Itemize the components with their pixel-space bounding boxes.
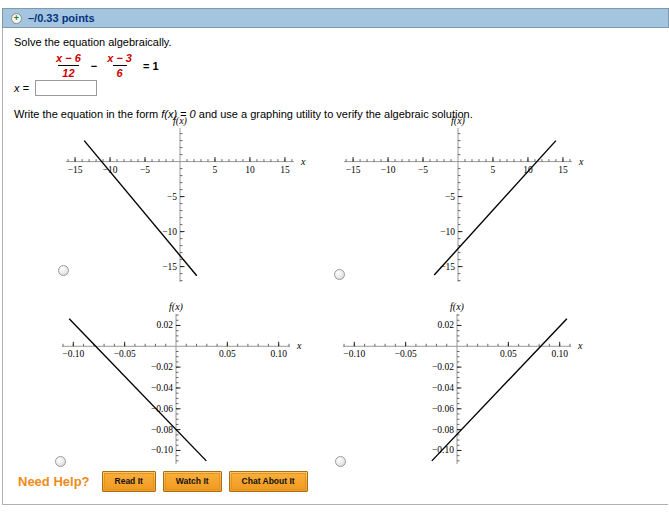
svg-text:0.05: 0.05 [219, 349, 236, 359]
answer-label: x = [14, 82, 29, 94]
svg-text:x: x [578, 156, 584, 167]
svg-text:−0.04: −0.04 [432, 383, 454, 393]
svg-text:−10: −10 [381, 165, 396, 175]
graph-choice-radio-top-right[interactable] [334, 269, 345, 280]
graph-top-left: −15−10−551015−5−10−15xf(x) [52, 114, 310, 289]
watch-it-button[interactable]: Watch It [163, 471, 222, 492]
chat-about-it-button-label: Chat About It [231, 473, 306, 490]
svg-text:x: x [300, 156, 306, 167]
need-help-row: Need Help? Read It Watch It Chat About I… [18, 471, 315, 492]
fraction-1-denominator: 12 [58, 65, 78, 79]
svg-text:−15: −15 [68, 165, 83, 175]
svg-text:−0.08: −0.08 [151, 425, 173, 435]
expand-icon[interactable]: + [11, 13, 22, 24]
fraction-2: x − 3 6 [103, 52, 136, 79]
svg-text:f(x): f(x) [169, 301, 184, 313]
fraction-2-numerator: x − 3 [103, 52, 136, 65]
svg-text:5: 5 [491, 165, 496, 175]
svg-text:−0.10: −0.10 [151, 445, 173, 455]
graph-choice-radio-top-left[interactable] [58, 265, 69, 276]
fraction-1-numerator: x − 6 [52, 52, 85, 65]
svg-text:−0.10: −0.10 [432, 445, 454, 455]
equation-rhs: = 1 [143, 60, 159, 72]
svg-text:0.05: 0.05 [500, 349, 517, 359]
need-help-label: Need Help? [18, 474, 90, 489]
svg-text:10: 10 [245, 165, 255, 175]
svg-text:−0.02: −0.02 [151, 362, 173, 372]
svg-text:x: x [296, 340, 302, 351]
watch-it-button-label: Watch It [165, 473, 220, 490]
answer-row: x = [14, 80, 97, 96]
webassign-question-page: + –/0.33 points Solve the equation algeb… [0, 0, 669, 520]
answer-input[interactable] [35, 80, 97, 96]
svg-text:0.02: 0.02 [437, 320, 454, 330]
svg-text:−0.06: −0.06 [151, 404, 173, 414]
svg-text:−15: −15 [162, 262, 177, 272]
svg-text:10: 10 [523, 165, 533, 175]
svg-text:−10: −10 [162, 227, 177, 237]
svg-text:−10: −10 [440, 227, 455, 237]
points-label: –/0.33 points [28, 12, 95, 24]
svg-text:−0.04: −0.04 [151, 383, 173, 393]
question-header-bar: + –/0.33 points [2, 8, 669, 28]
svg-text:0.02: 0.02 [156, 320, 173, 330]
svg-text:−0.05: −0.05 [114, 349, 136, 359]
svg-text:15: 15 [558, 165, 568, 175]
svg-text:−15: −15 [346, 165, 361, 175]
svg-text:x: x [577, 340, 583, 351]
svg-text:−5: −5 [140, 165, 150, 175]
graph-choice-radio-bottom-right[interactable] [335, 456, 346, 467]
graph-bottom-right: −0.10−0.050.050.100.02−0.02−0.04−0.06−0.… [329, 300, 587, 470]
chat-about-it-button[interactable]: Chat About It [229, 471, 308, 492]
svg-text:−5: −5 [167, 192, 177, 202]
fraction-1: x − 6 12 [52, 52, 85, 79]
svg-text:f(x): f(x) [451, 115, 466, 127]
minus-operator: − [91, 60, 97, 72]
svg-text:−0.10: −0.10 [343, 349, 365, 359]
svg-text:−0.02: −0.02 [432, 362, 454, 372]
svg-text:f(x): f(x) [173, 115, 188, 127]
graph-bottom-left: −0.10−0.050.050.100.02−0.02−0.04−0.06−0.… [48, 300, 306, 470]
fraction-2-denominator: 6 [113, 65, 127, 79]
svg-text:0.10: 0.10 [270, 349, 287, 359]
svg-text:f(x): f(x) [450, 301, 465, 313]
svg-text:−0.05: −0.05 [395, 349, 417, 359]
graph-top-right: −15−10−551015−5−10−15xf(x) [330, 114, 588, 289]
svg-text:−0.10: −0.10 [62, 349, 84, 359]
svg-text:−0.08: −0.08 [432, 425, 454, 435]
svg-text:0.10: 0.10 [551, 349, 568, 359]
graph-choice-radio-bottom-left[interactable] [55, 456, 66, 467]
svg-text:15: 15 [280, 165, 290, 175]
svg-text:−5: −5 [445, 192, 455, 202]
read-it-button[interactable]: Read It [102, 471, 156, 492]
equation: x − 6 12 − x − 3 6 = 1 [52, 52, 159, 79]
instruction-solve: Solve the equation algebraically. [14, 36, 172, 48]
svg-text:5: 5 [213, 165, 218, 175]
svg-text:−0.06: −0.06 [432, 404, 454, 414]
svg-text:−5: −5 [418, 165, 428, 175]
read-it-button-label: Read It [104, 473, 154, 490]
